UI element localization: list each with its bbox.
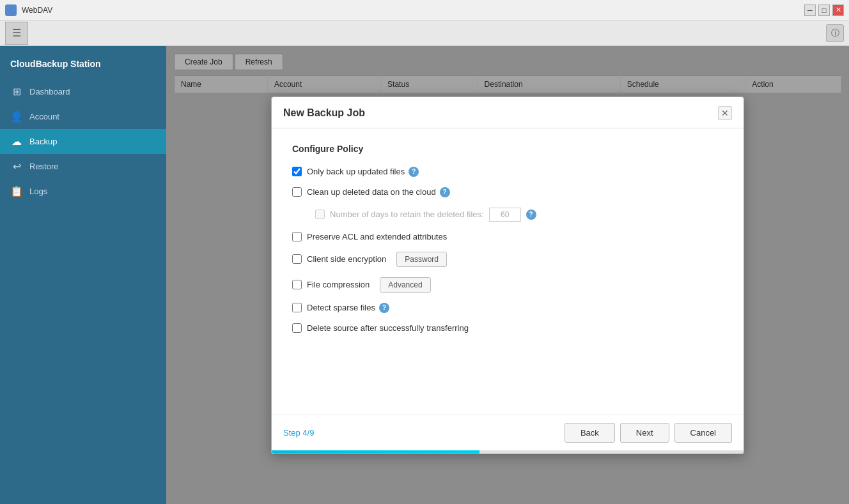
menu-icon: ☰ (12, 27, 21, 39)
sidebar-label-dashboard: Dashboard (29, 87, 70, 96)
sidebar-title: CloudBackup Station (0, 54, 166, 79)
logs-icon: 📋 (10, 185, 23, 197)
sidebar-item-restore[interactable]: ↩ Restore (0, 154, 166, 179)
backup-icon: ☁ (10, 135, 23, 148)
sidebar-label-account: Account (29, 112, 59, 121)
sidebar-label-restore: Restore (29, 162, 59, 171)
back-button[interactable]: Back (565, 423, 615, 443)
modal-body: Configure Policy Only back up updated fi… (272, 128, 744, 415)
title-bar: WebDAV ─ □ ✕ (0, 0, 849, 20)
label-detect-sparse: Detect sparse files ? (307, 303, 389, 313)
app-title: WebDAV (22, 6, 52, 15)
cancel-button[interactable]: Cancel (674, 423, 732, 443)
option-only-backup-updated: Only back up updated files ? (292, 167, 723, 177)
menu-icon-button[interactable]: ☰ (5, 22, 28, 45)
help-icon-clean-deleted[interactable]: ? (440, 187, 450, 197)
checkbox-delete-source[interactable] (292, 323, 302, 333)
window-controls: ─ □ ✕ (804, 4, 844, 16)
checkbox-client-encryption[interactable] (292, 254, 302, 264)
restore-icon: ↩ (10, 160, 23, 172)
checkbox-file-compression[interactable] (292, 280, 302, 289)
toolbar-row: ☰ ⓘ (0, 20, 849, 46)
sidebar-label-logs: Logs (29, 187, 47, 196)
help-icon-detect-sparse[interactable]: ? (379, 303, 389, 313)
modal-progress-fill (272, 450, 479, 454)
label-delete-source: Delete source after successfully transfe… (307, 323, 469, 333)
sub-option-retain-days: Number of days to retain the deleted fil… (315, 208, 723, 222)
sidebar-item-backup[interactable]: ☁ Backup (0, 129, 166, 154)
modal-header: New Backup Job ✕ (272, 97, 744, 128)
sidebar-item-account[interactable]: 👤 Account (0, 104, 166, 129)
option-preserve-acl: Preserve ACL and extended attributes (292, 232, 723, 241)
new-backup-job-modal: New Backup Job ✕ Configure Policy Only b… (271, 96, 744, 454)
modal-progress-bar (272, 450, 744, 454)
label-preserve-acl: Preserve ACL and extended attributes (307, 232, 447, 241)
content-area: Create Job Refresh Name Account Status D… (166, 46, 849, 504)
help-icon-backup-updated[interactable]: ? (409, 167, 419, 177)
password-button[interactable]: Password (396, 252, 447, 267)
step-label: Step 4/9 (283, 428, 314, 438)
modal-close-button[interactable]: ✕ (718, 106, 732, 120)
checkbox-retain-days[interactable] (315, 210, 325, 219)
close-button[interactable]: ✕ (832, 4, 844, 16)
info-button[interactable]: ⓘ (826, 24, 844, 42)
section-title: Configure Policy (292, 144, 723, 154)
option-clean-up-deleted: Clean up deleted data on the cloud ? (292, 187, 723, 197)
modal-title: New Backup Job (283, 107, 365, 119)
label-retain-days: Number of days to retain the deleted fil… (330, 210, 484, 219)
sidebar-label-backup: Backup (29, 137, 57, 146)
maximize-button[interactable]: □ (818, 4, 830, 16)
sidebar-item-logs[interactable]: 📋 Logs (0, 179, 166, 204)
option-client-encryption: Client side encryption Password (292, 252, 723, 267)
checkbox-only-backup-updated[interactable] (292, 167, 302, 176)
days-input[interactable] (489, 208, 521, 222)
option-delete-source: Delete source after successfully transfe… (292, 323, 723, 333)
label-only-backup-updated: Only back up updated files ? (307, 167, 419, 177)
dashboard-icon: ⊞ (10, 86, 23, 98)
option-file-compression: File compression Advanced (292, 277, 723, 293)
next-button[interactable]: Next (620, 423, 669, 443)
account-icon: 👤 (10, 111, 23, 123)
sidebar-item-dashboard[interactable]: ⊞ Dashboard (0, 79, 166, 104)
main-layout: CloudBackup Station ⊞ Dashboard 👤 Accoun… (0, 46, 849, 504)
checkbox-preserve-acl[interactable] (292, 232, 302, 241)
checkbox-detect-sparse[interactable] (292, 303, 302, 312)
app-icon (5, 4, 17, 16)
modal-overlay: New Backup Job ✕ Configure Policy Only b… (166, 46, 849, 504)
sidebar: CloudBackup Station ⊞ Dashboard 👤 Accoun… (0, 46, 166, 504)
label-file-compression: File compression (307, 280, 370, 289)
footer-buttons: Back Next Cancel (565, 423, 732, 443)
minimize-button[interactable]: ─ (804, 4, 816, 16)
help-icon-retain-days[interactable]: ? (526, 210, 536, 220)
label-client-encryption: Client side encryption (307, 254, 386, 264)
modal-footer: Step 4/9 Back Next Cancel (272, 415, 744, 450)
advanced-button[interactable]: Advanced (380, 277, 430, 293)
checkbox-clean-up-deleted[interactable] (292, 187, 302, 197)
option-detect-sparse: Detect sparse files ? (292, 303, 723, 313)
info-icon: ⓘ (831, 27, 839, 39)
label-clean-up-deleted: Clean up deleted data on the cloud ? (307, 187, 450, 197)
